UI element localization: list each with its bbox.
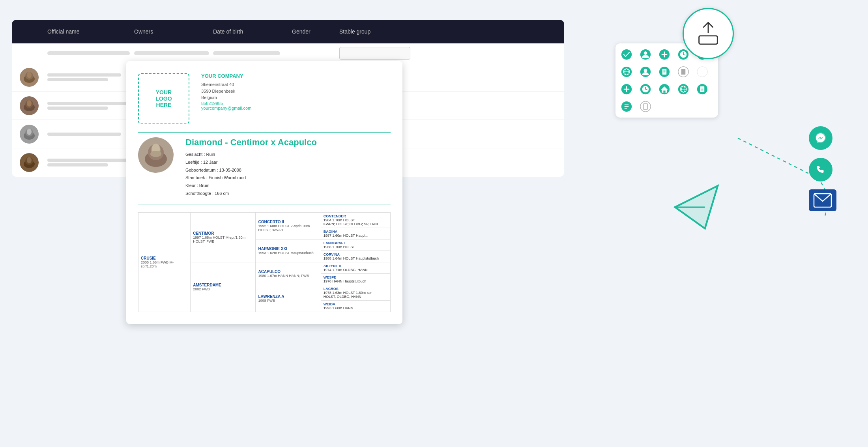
svg-point-3 <box>27 72 32 78</box>
svg-rect-69 <box>644 104 648 109</box>
horse-section: Diamond - Centimor x Acapulco Geslacht :… <box>138 137 391 198</box>
svg-point-18 <box>644 51 647 55</box>
company-info: YOUR COMPANY Stiemenstraat 40 3590 Diepe… <box>201 73 391 110</box>
phone-icon[interactable] <box>809 158 832 181</box>
svg-point-35 <box>644 69 647 72</box>
svg-point-16 <box>621 49 632 60</box>
pedigree-sire1-sire: CONCERTO II <box>258 220 318 224</box>
pedigree-gg7: LACROS 1978 1.63m HOLST 1.60m-sprHOLST; … <box>324 287 388 299</box>
barn2-action-icon[interactable] <box>657 82 672 96</box>
globe2-action-icon[interactable] <box>676 82 690 96</box>
company-name: YOUR COMPANY <box>201 73 391 79</box>
pedigree-gg6: WESPE 1976 HANN Hauptstutbuch <box>324 275 388 283</box>
page-action-icon[interactable] <box>676 65 690 79</box>
svg-rect-76 <box>699 36 718 44</box>
doc-header: YOUR LOGO HERE YOUR COMPANY Stiemenstraa… <box>138 73 391 124</box>
user-action-icon[interactable] <box>638 65 653 79</box>
person-action-icon[interactable] <box>638 47 653 62</box>
pedigree-dam-info: 2005 1.66m FWB M-spr/1.20m <box>141 260 188 268</box>
page2-action-icon[interactable] <box>638 99 653 114</box>
social-icons-panel <box>809 126 836 211</box>
stable-group-select[interactable] <box>339 47 410 60</box>
pedigree-sire2: AMSTERDAME <box>193 283 253 287</box>
col-header-gender: Gender <box>292 28 339 35</box>
pedigree-gg3: LANDGRAF I 1966 1.70m HOLST... <box>324 241 388 249</box>
svg-point-75 <box>150 151 161 157</box>
send-icon <box>671 181 722 234</box>
doc-action-icon[interactable] <box>657 65 672 79</box>
avatar <box>20 96 39 115</box>
horse-detail-stamboek: Stamboek : Finnish Warmblood <box>185 174 317 182</box>
svg-point-68 <box>640 101 651 112</box>
col-header-dob: Date of birth <box>213 28 292 35</box>
email-icon[interactable] <box>809 189 836 211</box>
pedigree-sire1: CENTIMOR <box>193 231 253 236</box>
pedigree-table: CRUSIE 2005 1.66m FWB M-spr/1.20m CENTIM… <box>138 212 391 312</box>
pedigree-gg1: CONTENDER 1984 1.70m HOLSTKWPN; HOLST; O… <box>324 214 388 226</box>
col-header-owners: Owners <box>134 28 213 35</box>
document-viewer: YOUR LOGO HERE YOUR COMPANY Stiemenstraa… <box>126 61 402 324</box>
list-action-icon[interactable] <box>619 99 634 114</box>
horse-avatar <box>138 137 174 173</box>
company-logo-placeholder: YOUR LOGO HERE <box>138 73 189 124</box>
globe-action-icon[interactable] <box>619 65 634 79</box>
svg-rect-54 <box>663 91 665 93</box>
clock2-action-icon[interactable] <box>638 82 653 96</box>
pedigree-sire1-dam: HARMONIE XXI <box>258 247 318 251</box>
horse-detail-leeftijd: Leeftijd : 12 Jaar <box>185 159 317 166</box>
pedigree-sire2-dam: LAWRENZA A <box>258 294 318 299</box>
col-header-name: Official name <box>47 28 134 35</box>
horse-detail-geslacht: Geslacht : Ruin <box>185 151 317 159</box>
col-header-stable: Stable group <box>339 28 418 35</box>
horse-title: Diamond - Centimor x Acapulco <box>185 137 317 148</box>
svg-rect-42 <box>681 69 686 75</box>
pedigree-gg4: CORVINA 1988 1.64m HOLST Hauptstutbuch <box>324 252 388 260</box>
pedigree-sire2-sire: ACAPULCO <box>258 269 318 274</box>
company-phone: 858219985 <box>201 101 391 106</box>
table-header-bar: Official name Owners Date of birth Gende… <box>12 20 564 43</box>
horse-detail-kleur: Kleur : Bruin <box>185 182 317 190</box>
blank-action-icon <box>695 65 709 79</box>
pedigree-gg5: AKZENT II 1974 1.71m OLDBG; HANN <box>324 264 388 272</box>
company-address1: Stiemenstraat 40 <box>201 81 391 88</box>
svg-point-43 <box>697 67 707 77</box>
company-address2: 3590 Diepenbeek <box>201 88 391 95</box>
pedigree-sire1-info: 1997 1.68m HOLST M-spr/1.20m HOLST; FWB <box>193 236 253 243</box>
horse-detail-geboortedatum: Geboortedatum : 13-05-2008 <box>185 166 317 174</box>
plus-action-icon[interactable] <box>657 47 672 62</box>
check-action-icon[interactable] <box>619 47 634 62</box>
avatar <box>20 153 39 172</box>
pedigree-gg8: WEIDA 1993 1.68m HANN <box>324 302 388 310</box>
svg-point-15 <box>27 157 32 163</box>
svg-marker-81 <box>675 186 718 228</box>
pedigree-gg2: BAGINA 1987 1.60m HOLST Haupt... <box>324 230 388 238</box>
horse-detail-schofthoogte: Schofthoogte : 166 cm <box>185 190 317 198</box>
plus2-action-icon[interactable] <box>619 82 634 96</box>
pedigree-dam: CRUSIE <box>141 256 188 260</box>
company-email: yourcompany@gmail.com <box>201 106 391 110</box>
svg-point-7 <box>27 100 32 107</box>
messenger-icon[interactable] <box>809 126 832 150</box>
doc2-action-icon[interactable] <box>695 82 709 96</box>
filter-row <box>12 43 564 63</box>
avatar <box>20 125 39 144</box>
svg-point-11 <box>27 129 32 135</box>
share-export-button[interactable] <box>683 8 734 59</box>
company-address3: Belgium <box>201 94 391 101</box>
avatar <box>20 68 39 87</box>
